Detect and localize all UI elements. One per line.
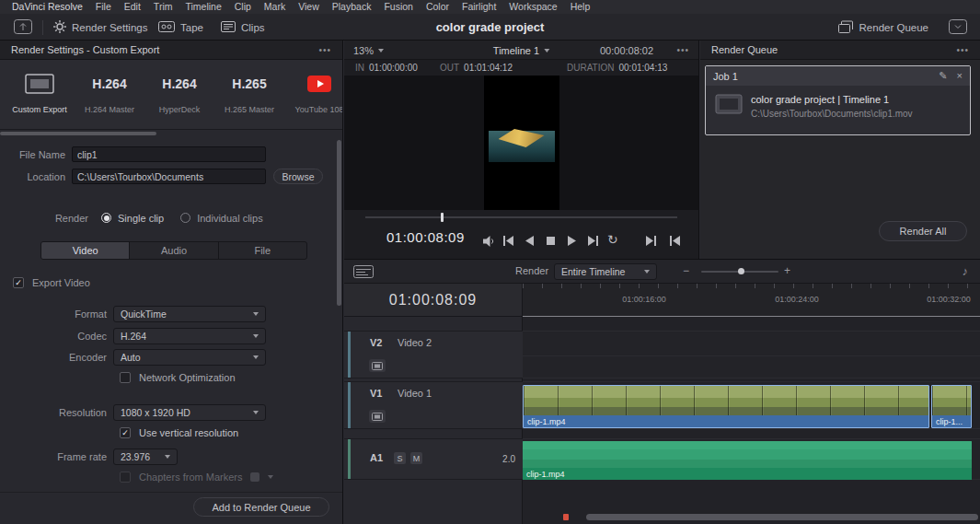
codec-dropdown[interactable]: H.264 <box>113 328 266 344</box>
timeline-audio-clip[interactable]: clip-1.mp4 <box>523 441 972 480</box>
track-enable-button[interactable] <box>369 410 386 423</box>
job-output-path: C:\Users\Tourbox\Documents\clip1.mov <box>751 109 913 119</box>
zoom-out-icon[interactable]: − <box>683 264 689 277</box>
lane-divider <box>523 355 980 356</box>
preset-youtube[interactable]: YouTube 108 <box>287 69 343 129</box>
viewer-zoom-dropdown[interactable]: 13% <box>353 41 384 60</box>
tab-video[interactable]: Video <box>41 242 130 259</box>
preset-h265-master[interactable]: H.265 H.265 Master <box>217 69 282 129</box>
mute-button[interactable]: M <box>410 452 422 464</box>
preset-hyperdeck[interactable]: H.264 HyperDeck <box>147 69 212 129</box>
play-icon[interactable] <box>565 236 579 246</box>
track-header-v1[interactable]: V1 Video 1 <box>344 381 523 429</box>
format-dropdown[interactable]: QuickTime <box>113 306 266 322</box>
menu-item-playback[interactable]: Playback <box>326 0 378 14</box>
menu-item-color[interactable]: Color <box>420 0 455 14</box>
preset-h264-master[interactable]: H.264 H.264 Master <box>77 69 142 129</box>
viewer-transport-timecode: 01:00:08:09 <box>386 229 465 245</box>
frame-rate-value: 23.976 <box>121 451 150 462</box>
tab-file[interactable]: File <box>219 242 306 259</box>
track-enable-button[interactable] <box>369 359 386 372</box>
render-mode-row: Render Single clip Individual clips <box>0 210 342 226</box>
tape-button[interactable]: Tape <box>158 14 203 41</box>
resolution-dropdown[interactable]: 1080 x 1920 HD <box>113 404 266 421</box>
jump-to-first-frame-icon[interactable] <box>502 236 515 246</box>
viewer-timeline-dropdown[interactable]: Timeline 1 <box>493 41 549 60</box>
duration: DURATION00:01:04:13 <box>567 60 667 76</box>
individual-clips-radio[interactable] <box>180 213 190 223</box>
track-header-a1[interactable]: A1 S M 2.0 <box>344 438 523 480</box>
menu-item-mark[interactable]: Mark <box>258 0 292 14</box>
export-panel-icon[interactable] <box>14 19 32 36</box>
panel-toggle-icon[interactable] <box>949 19 967 36</box>
menu-item-edit[interactable]: Edit <box>118 0 147 14</box>
menu-item-timeline[interactable]: Timeline <box>179 0 227 14</box>
timeline-view-options-icon[interactable] <box>353 265 374 280</box>
network-optimization-checkbox[interactable] <box>120 372 131 383</box>
zoom-in-icon[interactable]: + <box>784 264 790 277</box>
render-mode-value: Entire Timeline <box>561 266 625 277</box>
viewer-scrub-handle[interactable] <box>441 213 444 222</box>
menu-item-view[interactable]: View <box>292 0 326 14</box>
render-settings-icon <box>53 20 66 35</box>
audio-mute-icon[interactable] <box>482 236 496 246</box>
jump-to-last-frame-icon[interactable] <box>586 236 600 246</box>
track-lane-v1[interactable]: clip-1.mp4 clip-1... <box>523 381 980 429</box>
render-queue-toggle-button[interactable]: Render Queue <box>838 14 928 41</box>
encoder-dropdown[interactable]: Auto <box>113 349 266 366</box>
timeline-ruler[interactable]: 01:00:16:00 01:00:24:00 01:00:32:00 <box>523 284 980 317</box>
timeline-video-clip[interactable]: clip-1.mp4 <box>523 385 929 428</box>
file-name-input[interactable] <box>72 146 266 162</box>
viewer-scrub-bar[interactable] <box>365 216 677 218</box>
next-clip-icon[interactable] <box>644 236 658 246</box>
timeline-video-clip-2[interactable]: clip-1... <box>931 385 972 428</box>
frame-rate-dropdown[interactable]: 23.976 <box>113 448 178 465</box>
audio-monitor-icon[interactable]: ♪ <box>963 264 969 278</box>
add-to-render-queue-button[interactable]: Add to Render Queue <box>193 497 329 517</box>
track-header-v2[interactable]: V2 Video 2 <box>344 331 523 378</box>
viewer-more-options[interactable]: ••• <box>676 41 689 60</box>
edit-job-icon[interactable]: ✎ <box>939 70 947 82</box>
preset-strip-scrollbar[interactable] <box>0 132 156 135</box>
playhead-position-indicator[interactable] <box>563 514 569 520</box>
preset-title: H.264 <box>77 69 142 99</box>
toolbar-divider <box>42 20 43 35</box>
menu-item-trim[interactable]: Trim <box>147 0 179 14</box>
render-settings-more-options[interactable]: ••• <box>318 45 331 55</box>
menu-item-help[interactable]: Help <box>564 0 597 14</box>
play-reverse-icon[interactable] <box>523 236 536 246</box>
clips-button[interactable]: Clips <box>221 14 265 41</box>
render-all-button[interactable]: Render All <box>879 221 967 241</box>
delete-job-icon[interactable]: × <box>957 70 963 82</box>
location-input[interactable] <box>72 169 266 184</box>
menu-item-fusion[interactable]: Fusion <box>377 0 420 14</box>
track-lane-v2[interactable] <box>523 331 980 378</box>
menu-item-app[interactable]: DaVinci Resolve <box>6 0 89 14</box>
render-job-card[interactable]: Job 1 ✎ × color grade project | Timeline… <box>705 65 971 135</box>
chevron-down-icon <box>165 455 170 459</box>
chapters-from-markers-checkbox[interactable] <box>120 472 131 483</box>
single-clip-radio[interactable] <box>101 213 111 223</box>
previous-clip-icon[interactable] <box>668 236 682 246</box>
timeline-horizontal-scrollbar[interactable] <box>586 514 978 520</box>
preset-custom-export[interactable]: Custom Export <box>7 69 72 129</box>
render-mode-dropdown[interactable]: Entire Timeline <box>554 263 657 280</box>
render-settings-button[interactable]: Render Settings <box>53 14 147 41</box>
menu-item-fairlight[interactable]: Fairlight <box>455 0 502 14</box>
youtube-icon <box>307 76 331 92</box>
render-queue-more-options[interactable]: ••• <box>956 45 969 55</box>
loop-icon[interactable]: ↻ <box>607 232 618 247</box>
menu-item-file[interactable]: File <box>89 0 118 14</box>
menu-item-clip[interactable]: Clip <box>228 0 258 14</box>
solo-button[interactable]: S <box>394 452 406 464</box>
tab-audio[interactable]: Audio <box>130 242 218 259</box>
timeline-zoom-slider-handle[interactable] <box>738 268 744 274</box>
render-job-header: Job 1 ✎ × <box>706 66 970 86</box>
render-settings-scrollbar[interactable] <box>337 140 341 306</box>
export-video-checkbox[interactable]: ✓ <box>13 277 24 288</box>
menu-item-workspace[interactable]: Workspace <box>502 0 563 14</box>
stop-icon[interactable] <box>544 236 558 246</box>
browse-button[interactable]: Browse <box>273 169 323 184</box>
use-vertical-resolution-checkbox[interactable]: ✓ <box>120 427 131 438</box>
track-lane-a1[interactable]: clip-1.mp4 <box>523 438 980 480</box>
